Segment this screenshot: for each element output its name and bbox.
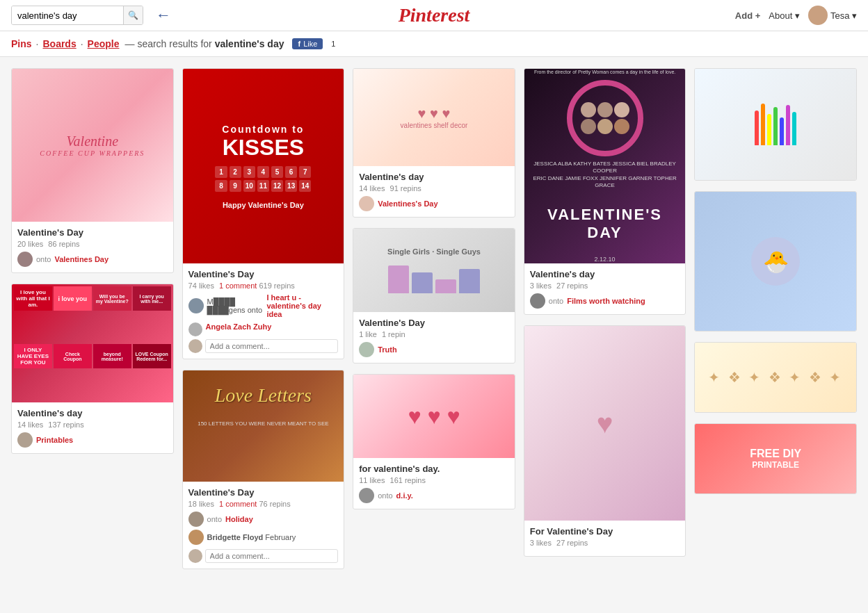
pin-user-row: Valentines's Day (359, 196, 509, 211)
user-avatar (17, 252, 33, 267)
boards-link[interactable]: Boards (42, 38, 76, 49)
pin-body: for valentine's day. 11 likes 161 repins… (353, 458, 515, 509)
pin-image[interactable]: Love Letters 150 LETTERS YOU WERE NEVER … (183, 370, 344, 482)
pin-title: Valentine's day (17, 408, 168, 418)
user-avatar (188, 298, 204, 313)
likes-count: 3 likes (530, 281, 552, 290)
pin-card: 🐣 (694, 191, 857, 332)
pin-card: ✦ ❖ ✦ ❖ ✦ ❖ ✦ (694, 342, 857, 413)
repins-count: 27 repins (556, 539, 588, 547)
avatar (808, 6, 828, 25)
fb-like-label: Like (303, 40, 317, 48)
pin-image[interactable]: FREE DIY PRINTABLE (695, 424, 856, 493)
pin-body: Valentine's Day 18 likes 1 comment 76 re… (183, 482, 344, 569)
sep1: · (36, 38, 39, 49)
pin-image[interactable]: Single Girls · Single Guys (353, 229, 515, 312)
pin-body: Valentine's day 14 likes 91 repins Valen… (353, 166, 515, 217)
search-input[interactable] (12, 6, 123, 24)
pin-card: ♥ For Valentine's Day 3 likes 27 repins (524, 325, 686, 557)
pin-card: From the director of Pretty Woman comes … (524, 68, 686, 315)
pin-image[interactable]: ♥ (524, 326, 686, 521)
onto-text: onto (207, 515, 222, 523)
sep2: · (81, 38, 83, 49)
pin-body: Valentine's Day 20 likes 86 repins onto … (12, 222, 173, 272)
likes-count: 3 likes (530, 539, 552, 547)
comment-avatar (188, 322, 202, 336)
pin-card: Love Letters 150 LETTERS YOU WERE NEVER … (182, 370, 345, 569)
pin-user-row: onto Valentines Day (17, 252, 168, 267)
fb-like-button[interactable]: f Like (292, 38, 323, 49)
pin-image[interactable]: ♥ ♥ ♥ (353, 375, 515, 458)
pinterest-logo: Pinterest (399, 4, 470, 26)
add-comment-input[interactable] (205, 339, 339, 353)
pin-image[interactable]: Countdown to KISSES 1 2 3 4 5 6 7 8 9 10… (183, 69, 344, 263)
board-link[interactable]: I heart u - valentine's day idea (266, 293, 338, 318)
add-button[interactable]: Add + (735, 10, 760, 21)
add-comment-row (188, 339, 339, 353)
board-link[interactable]: Truth (378, 345, 397, 354)
search-term: valentine's day (215, 38, 284, 49)
onto-text: onto (36, 255, 51, 263)
pin-title: For Valentine's Day (530, 526, 680, 537)
fb-count: 1 (328, 40, 338, 48)
board-link[interactable]: Films worth watching (567, 297, 645, 305)
comment-link[interactable]: 1 comment (219, 281, 257, 290)
pin-stats: 74 likes 1 comment 619 repins (188, 281, 339, 290)
people-link[interactable]: People (88, 38, 120, 49)
user-avatar (359, 342, 374, 357)
pin-title: Valentine's Day (188, 487, 339, 498)
pin-image[interactable]: 🐣 (695, 192, 856, 331)
user-avatar (359, 196, 374, 211)
board-link[interactable]: d.i.y. (396, 491, 413, 500)
pin-stats: 3 likes 27 repins (530, 539, 680, 547)
add-comment-input[interactable] (205, 549, 339, 563)
pin-card: ♥ ♥ ♥ for valentine's day. 11 likes 161 … (353, 374, 515, 509)
fb-icon: f (298, 40, 300, 48)
likes-count: 14 likes (17, 420, 43, 429)
onto-text: onto (378, 491, 392, 500)
pin-title: Valentine's day (359, 172, 509, 182)
search-button[interactable]: 🔍 (123, 6, 143, 24)
repins-count: 137 repins (48, 420, 83, 429)
board-link[interactable]: Valentines's Day (378, 199, 437, 208)
pin-image[interactable] (695, 69, 856, 180)
user-avatar (17, 432, 33, 448)
pin-user-row: onto Films worth watching (530, 293, 680, 309)
user-avatar (530, 293, 545, 309)
back-arrow[interactable]: ← (156, 6, 171, 24)
pin-image[interactable]: ♥ ♥ ♥ valentines shelf decor (353, 69, 515, 166)
board-link[interactable]: Valentines Day (54, 255, 108, 263)
search-desc: — search results for valentine's day (125, 38, 284, 49)
about-button[interactable]: About ▾ (769, 10, 800, 21)
user-menu[interactable]: Tesa ▾ (808, 6, 857, 25)
pin-body: For Valentine's Day 3 likes 27 repins (524, 521, 686, 556)
pins-link[interactable]: Pins (11, 38, 32, 49)
subnav: Pins · Boards · People — search results … (0, 31, 868, 57)
comment-link[interactable]: 1 comment (219, 500, 257, 508)
pin-user-row: M████ ████gens onto I heart u - valentin… (188, 293, 339, 318)
pin-image[interactable]: From the director of Pretty Woman comes … (524, 69, 686, 263)
likes-count: 14 likes (359, 184, 385, 193)
pin-title: Valentine's Day (17, 227, 168, 238)
pin-card: FREE DIY PRINTABLE (694, 423, 857, 494)
pin-image[interactable]: Valentine COFFEE CUP WRAPPERS (12, 69, 173, 222)
pin-title: Valentine's Day (188, 269, 339, 279)
pin-image[interactable]: ✦ ❖ ✦ ❖ ✦ ❖ ✦ (695, 343, 856, 412)
pin-user-row: onto d.i.y. (359, 488, 509, 503)
search-area: 🔍 ← (11, 6, 171, 25)
pin-stats: 20 likes 86 repins (17, 240, 168, 248)
onto-text: onto (549, 297, 563, 305)
pin-card (694, 68, 857, 181)
pin-stats: 18 likes 1 comment 76 repins (188, 500, 339, 508)
board-link[interactable]: Holiday (225, 515, 253, 523)
repins-count: 619 repins (259, 281, 294, 290)
board-link[interactable]: Printables (36, 436, 73, 444)
comment-row: Angela Zach Zuhy (188, 322, 339, 336)
comment-text: Angela Zach Zuhy (206, 322, 339, 331)
pin-image[interactable]: I love you with all that I am. i love yo… (12, 284, 173, 402)
pin-card: I love you with all that I am. i love yo… (11, 284, 174, 454)
add-comment-avatar (188, 339, 202, 353)
likes-count: 11 likes (359, 476, 385, 484)
pin-title: for valentine's day. (359, 464, 509, 474)
pin-stats: 11 likes 161 repins (359, 476, 509, 484)
